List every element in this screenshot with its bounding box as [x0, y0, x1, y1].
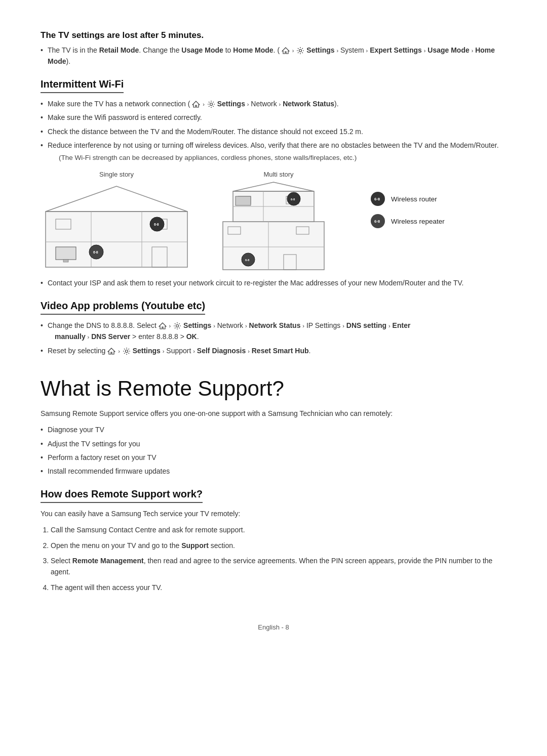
how-step-4: The agent will then access your TV.	[51, 582, 506, 593]
settings-icon-1	[296, 47, 304, 55]
diagrams-row: Single story 6·8	[41, 171, 506, 272]
svg-text:6·8: 6·8	[374, 197, 380, 201]
wifi-item3: Check the distance between the TV and th…	[41, 126, 506, 137]
how-step-2: Open the menu on your TV and go to the S…	[51, 540, 506, 551]
tv-settings-heading: The TV settings are lost after 5 minutes…	[41, 30, 506, 40]
svg-rect-30	[236, 196, 251, 205]
tv-settings-section: The TV settings are lost after 5 minutes…	[41, 30, 506, 67]
svg-point-40	[176, 325, 179, 327]
single-story-svg: 6·8 6·8	[41, 181, 192, 272]
remote-support-bullets: Diagnose your TV Adjust the TV settings …	[41, 424, 506, 477]
wifi-item5: Contact your ISP and ask them to reset y…	[41, 277, 506, 288]
home-icon-1	[282, 47, 290, 55]
wifi-heading: Intermittent Wi-Fi	[41, 78, 124, 93]
wifi-section: Intermittent Wi-Fi Make sure the TV has …	[41, 78, 506, 289]
video-path1: Settings › Network › Network Status › IP…	[183, 321, 410, 329]
how-remote-steps: Call the Samsung Contact Centre and ask …	[41, 524, 506, 593]
svg-marker-5	[46, 186, 187, 212]
video-app-heading: Video App problems (Youtube etc)	[41, 300, 205, 315]
video-text2-prefix: Reset by selecting	[48, 347, 107, 355]
remote-support-heading: What is Remote Support?	[41, 376, 506, 401]
footer-text: English - 8	[258, 623, 289, 631]
wifi-list: Make sure the TV has a network connectio…	[41, 98, 506, 151]
wifi-path1: Settings › Network › Network Status).	[217, 100, 339, 108]
svg-point-3	[210, 103, 212, 106]
home-mode-label: Home Mode	[233, 46, 273, 54]
svg-marker-41	[108, 348, 115, 354]
legend-router: 6·8 Wireless router	[370, 191, 445, 207]
repeater-label: Wireless repeater	[391, 218, 445, 225]
tv-settings-list: The TV is in the Retail Mode. Change the…	[41, 45, 506, 67]
remote-bullet-1: Diagnose your TV	[41, 424, 506, 435]
svg-point-42	[125, 350, 128, 352]
wifi-text5: Contact your ISP and ask them to reset y…	[48, 279, 463, 287]
wifi-list-2: Contact your ISP and ask them to reset y…	[41, 277, 506, 288]
video-app-section: Video App problems (Youtube etc) Change …	[41, 300, 506, 356]
remote-bullet-4: Install recommended firmware updates	[41, 466, 506, 477]
tv-settings-text1-mid: . Change the	[139, 46, 181, 54]
home-icon-2	[192, 100, 200, 108]
retail-mode-label: Retail Mode	[99, 46, 139, 54]
router-label: Wireless router	[391, 195, 437, 203]
single-story-label: Single story	[99, 171, 134, 178]
wifi-item1: Make sure the TV has a network connectio…	[41, 98, 506, 109]
how-remote-section: How does Remote Support work? You can ea…	[41, 488, 506, 593]
multi-story-label: Multi story	[263, 171, 293, 178]
video-text1-prefix: Change the DNS to 8.8.8.8. Select	[48, 321, 159, 329]
tv-settings-text1-prefix: The TV is in the	[48, 46, 99, 54]
legend-repeater: 6·8 Wireless repeater	[370, 213, 445, 229]
svg-text:6·8: 6·8	[245, 259, 250, 262]
multi-story-svg: 6·8 6·8	[208, 181, 349, 272]
remote-bullet-2: Adjust the TV settings for you	[41, 438, 506, 449]
multi-story-diagram: Multi story	[208, 171, 349, 272]
single-story-diagram: Single story 6·8	[41, 171, 192, 272]
usage-mode-label: Usage Mode	[181, 46, 223, 54]
svg-text:6·8: 6·8	[93, 250, 98, 254]
svg-text:6·8: 6·8	[154, 223, 159, 226]
settings-icon-2	[207, 100, 215, 108]
how-step-1: Call the Samsung Contact Centre and ask …	[51, 524, 506, 535]
video-path1-cont: manually › DNS Server > enter 8.8.8.8 > …	[48, 332, 199, 341]
svg-text:6·8: 6·8	[374, 219, 380, 224]
page-footer: English - 8	[41, 623, 506, 631]
remote-support-section: What is Remote Support? Samsung Remote S…	[41, 376, 506, 477]
diagram-legend: 6·8 Wireless router 6·8 Wireless repeate…	[370, 191, 445, 229]
svg-point-1	[299, 50, 302, 52]
remote-bullet-3: Perform a factory reset on your TV	[41, 452, 506, 463]
video-path2: Settings › Support › Self Diagnosis › Re…	[133, 347, 311, 355]
repeater-icon-legend: 6·8	[370, 213, 386, 229]
tv-settings-text1-mid3: . (	[274, 46, 280, 54]
home-icon-3	[159, 322, 167, 330]
wifi-item4: Reduce interference by not using or turn…	[41, 140, 506, 151]
svg-rect-13	[63, 260, 68, 262]
how-remote-heading: How does Remote Support work?	[41, 488, 203, 503]
svg-rect-12	[56, 247, 76, 260]
router-icon-legend: 6·8	[370, 191, 386, 207]
wifi-note: (The Wi-Fi strength can be decreased by …	[50, 154, 506, 161]
wifi-text1-prefix: Make sure the TV has a network connectio…	[48, 100, 190, 108]
wifi-item2: Make sure the Wifi password is entered c…	[41, 112, 506, 123]
svg-marker-20	[233, 182, 314, 191]
home-icon-4	[107, 347, 115, 355]
settings-icon-3	[173, 322, 181, 330]
svg-marker-0	[282, 48, 289, 54]
video-app-list: Change the DNS to 8.8.8.8. Select › Sett…	[41, 320, 506, 356]
settings-icon-4	[123, 347, 131, 355]
how-remote-intro: You can easily have a Samsung Tech servi…	[41, 508, 506, 519]
video-app-item2: Reset by selecting › Settings › Support …	[41, 345, 506, 356]
tv-settings-text1-mid2: to	[223, 46, 233, 54]
svg-marker-39	[159, 323, 166, 329]
arrow-icon-1: ›	[292, 48, 294, 54]
svg-marker-2	[192, 101, 200, 107]
remote-support-intro: Samsung Remote Support service offers yo…	[41, 408, 506, 419]
video-app-item1: Change the DNS to 8.8.8.8. Select › Sett…	[41, 320, 506, 343]
how-step-3: Select Remote Management, then read and …	[51, 555, 506, 578]
tv-settings-item1: The TV is in the Retail Mode. Change the…	[41, 45, 506, 67]
svg-text:6·8: 6·8	[291, 198, 295, 201]
